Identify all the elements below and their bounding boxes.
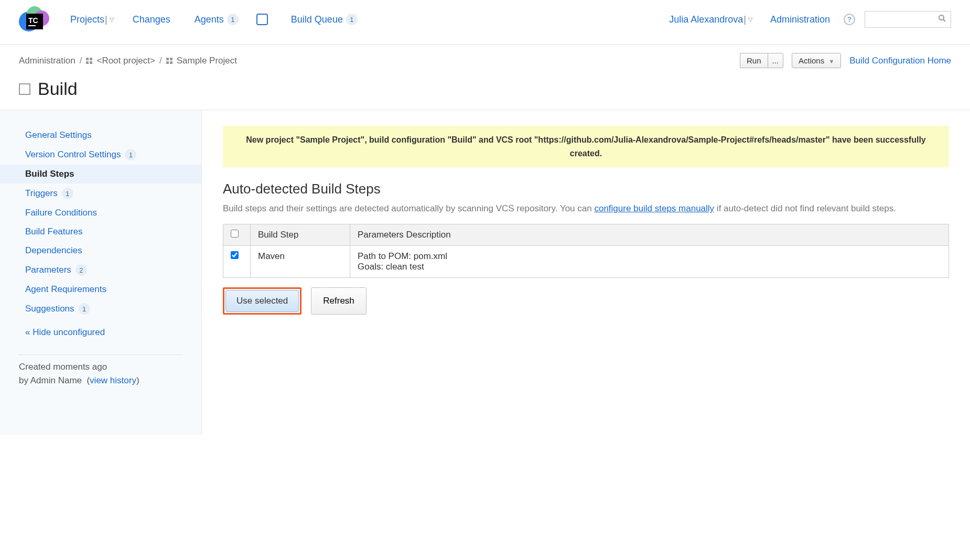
run-more-button[interactable]: ...	[768, 53, 784, 68]
nav-user[interactable]: Julia Alexandrova |▽	[665, 14, 757, 25]
build-queue-count-badge: 1	[346, 14, 358, 25]
sidebar-item-count: 1	[79, 303, 90, 315]
sidebar-item-label: Version Control Settings	[25, 149, 121, 160]
nav-build-queue-label: Build Queue	[291, 14, 343, 25]
sidebar-item-triggers[interactable]: Triggers1	[0, 184, 201, 203]
sidebar-item-agent-requirements[interactable]: Agent Requirements	[0, 280, 201, 299]
breadcrumb-admin[interactable]: Administration	[19, 56, 76, 66]
svg-point-0	[939, 15, 944, 20]
sidebar-item-label: Agent Requirements	[25, 284, 106, 295]
sidebar-item-general-settings[interactable]: General Settings	[0, 126, 201, 145]
actions-button[interactable]: Actions ▼	[792, 53, 841, 68]
configure-manually-link[interactable]: configure build steps manually	[594, 203, 714, 213]
breadcrumb: Administration / <Root project> / Sample…	[19, 56, 237, 66]
sidebar-item-failure-conditions[interactable]: Failure Conditions	[0, 203, 201, 222]
view-history-link[interactable]: view history	[90, 375, 136, 385]
nav-changes[interactable]: Changes	[128, 14, 175, 25]
sidebar-item-count: 1	[62, 188, 73, 199]
run-button[interactable]: Run	[740, 53, 768, 68]
highlight-box: Use selected	[223, 287, 301, 315]
chevron-down-icon: ▽	[110, 16, 114, 23]
select-all-header	[223, 224, 251, 246]
created-by: by Admin Name	[19, 375, 82, 385]
sidebar-item-build-features[interactable]: Build Features	[0, 222, 201, 241]
sidebar-item-label: Build Features	[25, 227, 83, 237]
build-config-home-link[interactable]: Build Configuration Home	[849, 56, 951, 66]
run-button-group: Run ...	[740, 53, 783, 68]
refresh-button[interactable]: Refresh	[311, 287, 367, 315]
created-line1: Created moments ago	[19, 360, 182, 374]
search-input[interactable]	[865, 11, 951, 28]
project-grid-icon	[166, 58, 173, 64]
build-config-icon	[19, 83, 30, 95]
logo[interactable]: TC	[19, 6, 50, 33]
sidebar-item-label: Parameters	[25, 265, 71, 275]
chevron-down-icon: ▼	[828, 58, 834, 64]
page-title: Build	[38, 79, 78, 99]
col-params: Parameters Description	[350, 224, 949, 246]
hide-unconfigured-link[interactable]: « Hide unconfigured	[0, 319, 201, 342]
sidebar-meta: Created moments ago by Admin Name (view …	[0, 360, 201, 387]
sidebar-item-parameters[interactable]: Parameters2	[0, 260, 201, 280]
project-grid-icon	[86, 58, 92, 64]
chevron-down-icon: ▽	[748, 16, 752, 23]
nav-agents[interactable]: Agents 1	[190, 14, 243, 25]
sidebar-item-count: 2	[76, 264, 87, 276]
sidebar-item-count: 1	[125, 149, 136, 160]
svg-line-1	[943, 19, 945, 21]
build-steps-table: Build Step Parameters Description MavenP…	[223, 224, 949, 278]
actions-button-label: Actions	[799, 56, 824, 65]
sidebar-item-version-control-settings[interactable]: Version Control Settings1	[0, 145, 201, 165]
row-checkbox[interactable]	[231, 251, 239, 259]
top-nav: TC Projects |▽ Changes Agents 1 Build Qu…	[0, 0, 970, 45]
table-row: MavenPath to POM: pom.xmlGoals: clean te…	[223, 246, 949, 278]
row-step: Maven	[251, 246, 350, 278]
section-description: Build steps and their settings are detec…	[223, 201, 949, 216]
breadcrumb-root[interactable]: <Root project>	[96, 56, 155, 66]
main-content: New project "Sample Project", build conf…	[202, 110, 970, 435]
agents-count-badge: 1	[227, 14, 239, 25]
nav-projects-label: Projects	[70, 14, 104, 25]
use-selected-button[interactable]: Use selected	[225, 290, 299, 312]
nav-administration[interactable]: Administration	[766, 14, 834, 25]
sidebar-item-label: Failure Conditions	[25, 208, 97, 218]
sidebar-item-build-steps[interactable]: Build Steps	[0, 165, 201, 184]
square-icon[interactable]	[256, 14, 268, 25]
sidebar-item-label: General Settings	[25, 130, 92, 141]
col-build-step: Build Step	[251, 224, 350, 246]
select-all-checkbox[interactable]	[231, 230, 239, 238]
nav-user-label: Julia Alexandrova	[669, 14, 743, 25]
search-icon	[938, 14, 946, 25]
header-area: Administration / <Root project> / Sample…	[0, 45, 970, 110]
flash-message: New project "Sample Project", build conf…	[223, 126, 949, 167]
help-icon[interactable]: ?	[844, 14, 855, 25]
sidebar-item-label: Dependencies	[25, 245, 82, 256]
sidebar-item-label: Triggers	[25, 188, 58, 199]
sidebar: General SettingsVersion Control Settings…	[0, 110, 202, 435]
breadcrumb-project[interactable]: Sample Project	[177, 56, 237, 66]
sidebar-item-label: Suggestions	[25, 304, 74, 314]
nav-build-queue[interactable]: Build Queue 1	[287, 14, 362, 25]
nav-agents-label: Agents	[195, 14, 224, 25]
nav-projects[interactable]: Projects |▽	[66, 14, 118, 25]
row-params: Path to POM: pom.xmlGoals: clean test	[350, 246, 949, 278]
sidebar-item-suggestions[interactable]: Suggestions1	[0, 299, 201, 319]
sidebar-item-label: Build Steps	[25, 169, 74, 179]
section-heading: Auto-detected Build Steps	[223, 181, 949, 197]
sidebar-item-dependencies[interactable]: Dependencies	[0, 241, 201, 260]
